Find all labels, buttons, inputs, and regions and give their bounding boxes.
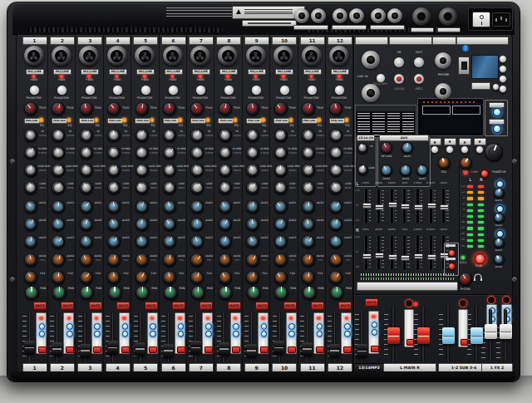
lowmid-knob[interactable] [302, 164, 315, 177]
himid-knob[interactable] [329, 146, 342, 160]
mp3-1314-mute-button[interactable]: MUTE [365, 298, 378, 307]
aux2-knob[interactable] [274, 218, 288, 231]
fx2-knob[interactable] [163, 271, 176, 284]
master-pfl-button[interactable] [406, 339, 414, 346]
hi-knob[interactable] [190, 129, 204, 142]
sub-assign-3-4-button[interactable] [39, 331, 46, 337]
himid-knob[interactable] [219, 146, 232, 160]
channel-fader[interactable] [24, 341, 35, 354]
phantom-button[interactable] [85, 85, 96, 96]
fx2-knob[interactable] [219, 271, 232, 284]
fx-select-button-3[interactable] [461, 145, 469, 154]
lowmid-knob[interactable] [107, 164, 121, 177]
aux4-knob[interactable] [52, 253, 65, 267]
channel-fader[interactable] [190, 341, 201, 354]
main-fader[interactable] [417, 327, 430, 344]
mini-assign-button-1[interactable] [448, 249, 456, 257]
trim-knob[interactable] [163, 102, 176, 115]
mute-button[interactable]: MUTE [116, 302, 130, 310]
aux2-knob[interactable] [329, 218, 342, 231]
pan-knob[interactable] [274, 286, 288, 300]
sub-assign-3-4-button[interactable] [94, 331, 101, 337]
channel-fader[interactable] [302, 342, 313, 356]
low-knob[interactable] [190, 181, 204, 194]
aux2-knob[interactable] [135, 218, 149, 231]
phantom-button[interactable] [168, 85, 179, 96]
aux2-knob[interactable] [52, 218, 65, 231]
geq-slider-400Hz[interactable] [388, 254, 397, 260]
aux2-knob[interactable] [107, 218, 121, 231]
pfl-button[interactable] [204, 346, 213, 353]
mini-assign-button-2[interactable] [448, 263, 456, 270]
phantom-button[interactable] [279, 85, 290, 96]
fx-select-button-4[interactable] [475, 145, 484, 154]
pfl-button[interactable] [66, 346, 74, 353]
aux1-knob[interactable] [246, 200, 259, 214]
himid-knob[interactable] [190, 146, 204, 160]
mp3-transport-button-1[interactable] [499, 55, 507, 63]
trim-knob[interactable] [190, 102, 204, 115]
aux4-knob[interactable] [302, 253, 315, 267]
trim-knob[interactable] [302, 102, 315, 115]
phantom-button[interactable] [57, 85, 67, 96]
ch1314-low-knob[interactable] [357, 165, 368, 175]
aux1-knob[interactable] [219, 200, 232, 214]
efx-aux-button[interactable] [496, 205, 504, 213]
lowmid-knob[interactable] [329, 164, 342, 177]
aux3-knob[interactable] [135, 235, 149, 248]
low-knob[interactable] [52, 181, 65, 194]
sub-assign-1-2-button[interactable] [122, 323, 129, 330]
efx-aux3-knob[interactable] [494, 238, 505, 248]
trim-knob[interactable] [246, 102, 259, 115]
sub-assign-button[interactable] [372, 322, 378, 328]
lowmid-knob[interactable] [135, 164, 149, 177]
mp3-transport-button-3[interactable] [499, 75, 507, 83]
pan-knob[interactable] [52, 286, 66, 300]
aux1-knob[interactable] [135, 200, 149, 214]
fx2-master-knob[interactable] [460, 157, 472, 170]
sub-assign-1-2-button[interactable] [288, 323, 295, 330]
lowmid-knob[interactable] [219, 164, 232, 177]
geq-slider-6.3kHz[interactable] [427, 203, 436, 209]
sub-assign-3-4-button[interactable] [150, 331, 156, 337]
phantom-button[interactable] [251, 85, 262, 96]
hi-knob[interactable] [135, 129, 149, 142]
geq-slider-16kHz[interactable] [440, 204, 449, 210]
pan-knob[interactable] [80, 286, 94, 300]
mute-button[interactable]: MUTE [33, 302, 47, 310]
mute-button[interactable]: MUTE [61, 302, 74, 310]
power-switch[interactable] [472, 12, 490, 27]
phantom-button[interactable] [140, 85, 151, 96]
aux2-knob[interactable] [246, 218, 259, 231]
himid-knob[interactable] [163, 146, 176, 160]
sub-assign-1-2-button[interactable] [39, 323, 46, 330]
sub-assign-1-2-button[interactable] [344, 323, 351, 330]
player-mute-button[interactable] [493, 108, 501, 116]
fx2-knob[interactable] [107, 271, 121, 284]
aux3-knob[interactable] [52, 235, 65, 248]
mute-button[interactable]: MUTE [89, 302, 102, 310]
aux1-knob[interactable] [302, 200, 315, 214]
himid-knob[interactable] [302, 146, 315, 160]
pfl-button[interactable] [93, 346, 101, 353]
mute-button[interactable]: MUTE [200, 302, 213, 310]
sub-assign-3-4-button[interactable] [205, 331, 212, 337]
fx-master-fader[interactable] [485, 324, 497, 339]
trim-knob[interactable] [274, 102, 288, 115]
fx2-knob[interactable] [329, 271, 342, 284]
geq-slider-160Hz[interactable] [375, 253, 384, 258]
mute-button[interactable]: MUTE [228, 302, 241, 310]
sub-assign-3-4-button[interactable] [261, 331, 268, 337]
himid-knob[interactable] [107, 146, 121, 160]
aux1-master-knob[interactable] [401, 142, 413, 154]
fx-master-fader[interactable] [500, 324, 512, 339]
himid-knob[interactable] [246, 146, 259, 160]
pan-knob[interactable] [219, 286, 233, 300]
fx2-knob[interactable] [246, 271, 259, 284]
aux4-master-knob[interactable] [381, 165, 392, 176]
sub-assign-3-4-button[interactable] [344, 331, 351, 337]
pan-knob[interactable] [25, 286, 39, 300]
low-knob[interactable] [163, 181, 176, 194]
trim-knob[interactable] [219, 102, 232, 115]
fx2-knob[interactable] [135, 271, 149, 284]
